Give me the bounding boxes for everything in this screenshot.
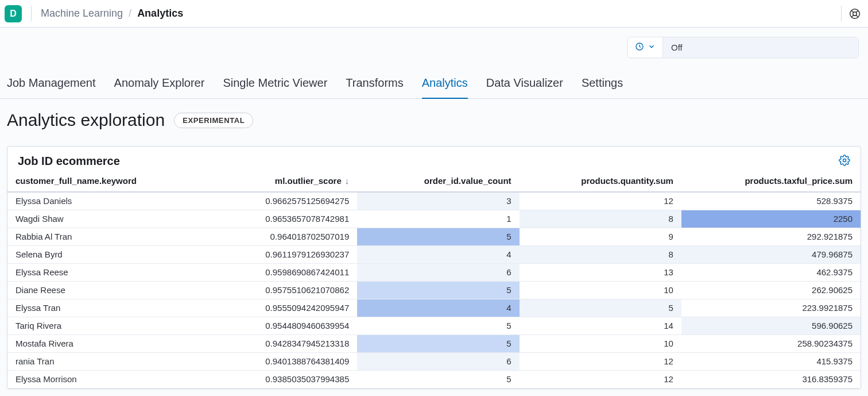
tab-analytics[interactable]: Analytics [422,72,468,99]
gear-icon[interactable] [839,155,850,168]
cell: 6 [357,263,519,281]
time-picker[interactable]: Off [627,37,859,58]
column-header[interactable]: order_id.value_count [357,171,519,192]
panel-title: Job ID ecommerce [18,155,120,168]
svg-point-7 [843,159,846,162]
tab-data-visualizer[interactable]: Data Visualizer [486,72,563,98]
time-picker-quick-select[interactable] [628,37,663,57]
cell: 5 [357,317,519,335]
cell: rania Tran [7,352,238,370]
tab-single-metric-viewer[interactable]: Single Metric Viewer [223,72,327,98]
column-header[interactable]: ml.outlier_score↓ [238,171,357,192]
cell: 9 [520,228,681,245]
cell: 5 [357,335,519,352]
cell: 4 [357,245,519,263]
cell: 8 [520,210,681,228]
cell: Elyssa Morrison [7,370,238,388]
table-row[interactable]: Elyssa Morrison0.9385035037994385512316.… [7,370,861,388]
chevron-down-icon [648,43,656,52]
cell: 262.90625 [681,281,861,299]
table-row[interactable]: Elyssa Tran0.955509424209594745223.99218… [7,299,861,317]
cell: 14 [520,317,681,335]
cell: Tariq Rivera [7,317,238,335]
cell: 3 [357,192,519,210]
cell: 2250 [681,210,861,228]
experimental-badge: EXPERIMENTAL [174,113,253,128]
cell: 5 [357,281,519,299]
table-row[interactable]: Diane Reese0.9575510621070862510262.9062… [7,281,861,299]
time-picker-value: Off [671,43,683,52]
cell: 0.9598690867424011 [238,263,357,281]
table-row[interactable]: Mostafa Rivera0.9428347945213318510258.9… [7,335,861,352]
tabs: Job ManagementAnomaly ExplorerSingle Met… [0,58,868,99]
cell: 1 [357,210,519,228]
svg-line-2 [851,10,853,12]
cell: 292.921875 [681,228,861,245]
cell: 0.9653657078742981 [238,210,357,228]
cell: 12 [520,370,681,388]
cell: 0.964018702507019 [238,228,357,245]
svg-line-5 [856,15,858,17]
space-selector[interactable]: D [5,5,22,22]
space-letter: D [10,9,17,19]
cell: 5 [357,228,519,245]
tab-transforms[interactable]: Transforms [346,72,403,98]
table-row[interactable]: Elyssa Daniels0.9662575125694275312528.9… [7,192,861,210]
sort-descending-icon: ↓ [345,176,350,186]
topbar: D Machine Learning / Analytics [0,0,868,28]
cell: 528.9375 [681,192,861,210]
page-title: Analytics exploration [7,110,165,130]
cell: 12 [520,192,681,210]
table-row[interactable]: Wagdi Shaw0.9653657078742981182250 [7,210,861,228]
cell: Selena Byrd [7,245,238,263]
svg-line-3 [856,10,858,12]
tab-anomaly-explorer[interactable]: Anomaly Explorer [114,72,205,98]
table-row[interactable]: Selena Byrd0.961197912693023748479.96875 [7,245,861,263]
cell: 4 [357,299,519,317]
cell: 479.96875 [681,245,861,263]
time-picker-range[interactable]: Off [663,37,858,57]
table-row[interactable]: Elyssa Reese0.9598690867424011613462.937… [7,263,861,281]
cell: Rabbia Al Tran [7,228,238,245]
help-icon[interactable] [848,7,861,20]
divider [841,6,842,22]
column-header[interactable]: products.quantity.sum [520,171,681,192]
cell: 0.9544809460639954 [238,317,357,335]
cell: 462.9375 [681,263,861,281]
clock-icon [635,42,644,53]
page-header: Analytics exploration EXPERIMENTAL [7,110,861,130]
cell: 316.8359375 [681,370,861,388]
cell: Elyssa Tran [7,299,238,317]
table-row[interactable]: rania Tran0.9401388764381409612415.9375 [7,352,861,370]
svg-line-4 [851,15,853,17]
cell: Mostafa Rivera [7,335,238,352]
cell: Wagdi Shaw [7,210,238,228]
table-row[interactable]: Rabbia Al Tran0.96401870250701959292.921… [7,228,861,245]
cell: 0.9385035037994385 [238,370,357,388]
cell: 0.9555094242095947 [238,299,357,317]
cell: 415.9375 [681,352,861,370]
divider [31,6,32,22]
cell: 0.9575510621070862 [238,281,357,299]
cell: 13 [520,263,681,281]
column-header[interactable]: customer_full_name.keyword [7,171,238,192]
toolbar: Off [0,28,868,58]
column-header[interactable]: products.taxful_price.sum [681,171,861,192]
table-row[interactable]: Tariq Rivera0.9544809460639954514596.906… [7,317,861,335]
tab-job-management[interactable]: Job Management [7,72,96,98]
cell: 258.90234375 [681,335,861,352]
cell: 10 [520,335,681,352]
page-body: Analytics exploration EXPERIMENTAL Job I… [0,99,868,396]
cell: 0.9662575125694275 [238,192,357,210]
tab-settings[interactable]: Settings [582,72,623,98]
cell: 0.9401388764381409 [238,352,357,370]
panel-header: Job ID ecommerce [7,147,861,171]
cell: 5 [520,299,681,317]
breadcrumb-parent[interactable]: Machine Learning [41,7,123,20]
cell: 8 [520,245,681,263]
cell: 5 [357,370,519,388]
cell: 10 [520,281,681,299]
cell: 596.90625 [681,317,861,335]
results-table: customer_full_name.keywordml.outlier_sco… [7,171,861,389]
cell: 223.9921875 [681,299,861,317]
